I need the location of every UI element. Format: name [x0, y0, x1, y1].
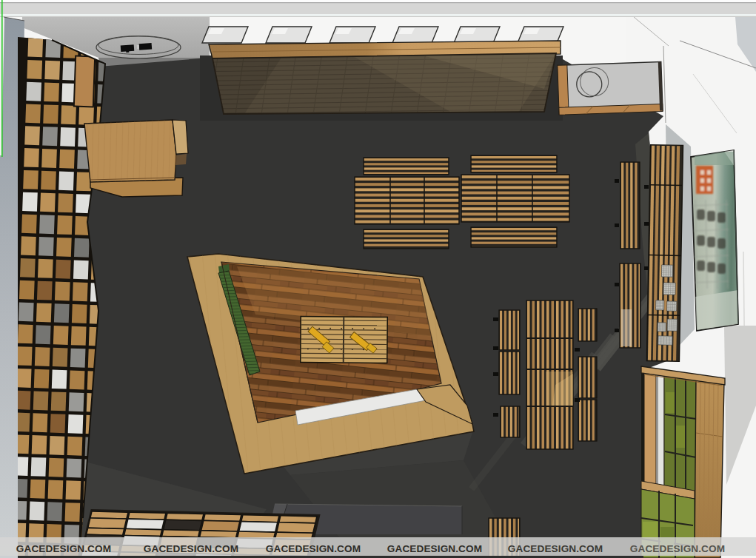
svg-text:GACEDESIGN.COM: GACEDESIGN.COM [266, 543, 361, 554]
svg-text:GACEDESIGN.COM: GACEDESIGN.COM [144, 543, 238, 554]
svg-text:GACEDESIGN.COM: GACEDESIGN.COM [16, 543, 111, 554]
svg-text:GACEDESIGN.COM: GACEDESIGN.COM [387, 543, 482, 554]
svg-text:GACEDESIGN.COM: GACEDESIGN.COM [508, 543, 603, 554]
svg-text:GACEDESIGN.COM: GACEDESIGN.COM [630, 543, 725, 554]
